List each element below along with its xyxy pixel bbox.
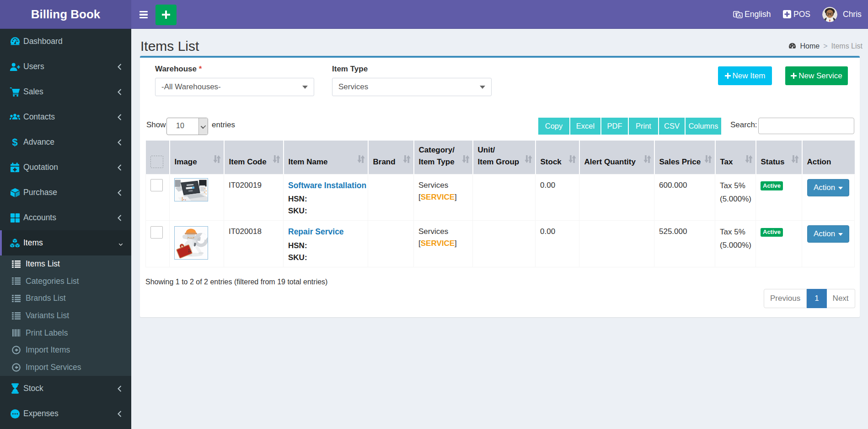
svg-text:A: A bbox=[738, 13, 741, 18]
